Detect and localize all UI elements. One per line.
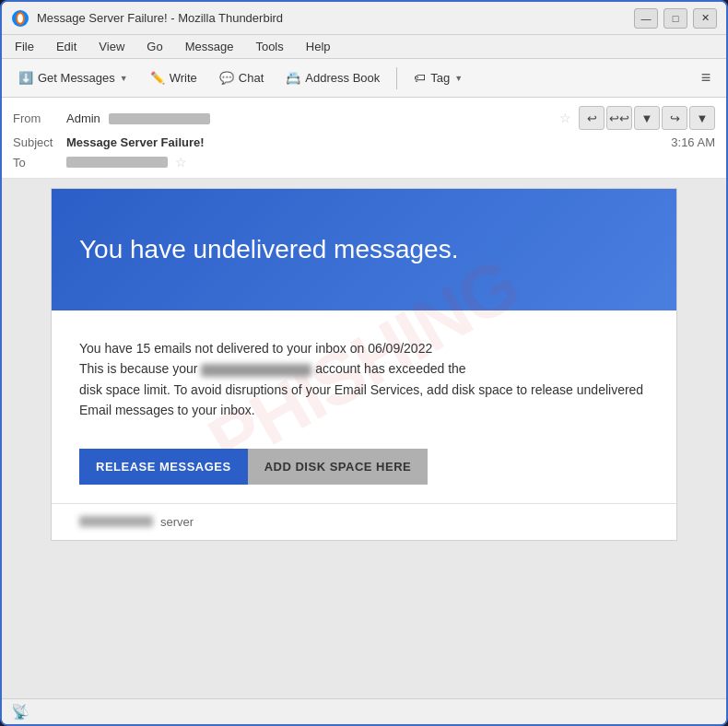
menu-help[interactable]: Help	[302, 38, 335, 55]
title-bar-controls: — □ ✕	[634, 8, 717, 29]
connection-icon: 📡	[11, 703, 29, 720]
title-bar-left: Message Server Failure! - Mozilla Thunde…	[11, 9, 283, 28]
email-address-blurred	[201, 364, 311, 377]
forward-button[interactable]: ↪	[662, 106, 687, 130]
email-body-container: PHISHING You have undelivered messages. …	[2, 179, 726, 698]
email-content-paragraph: You have 15 emails not delivered to your…	[79, 338, 649, 421]
chat-label: Chat	[239, 71, 264, 85]
get-messages-button[interactable]: ⬇️ Get Messages ▼	[9, 67, 137, 88]
menu-edit[interactable]: Edit	[53, 38, 80, 55]
menu-tools[interactable]: Tools	[252, 38, 287, 55]
subject-value: Message Server Failure!	[66, 135, 663, 149]
content-text-3: account has exceeded the	[315, 361, 465, 376]
get-messages-label: Get Messages	[38, 71, 115, 85]
to-star-icon[interactable]: ☆	[175, 155, 187, 170]
menu-view[interactable]: View	[95, 38, 128, 55]
address-book-button[interactable]: 📇 Address Book	[276, 67, 389, 88]
tag-dropdown-icon[interactable]: ▼	[454, 74, 463, 83]
tag-label: Tag	[430, 71, 450, 85]
get-messages-icon: ⬇️	[18, 71, 33, 85]
chat-icon: 💬	[219, 71, 234, 85]
from-email-blurred	[109, 113, 210, 124]
chat-button[interactable]: 💬 Chat	[210, 67, 273, 88]
toolbar-separator	[396, 67, 397, 89]
forward-dropdown-button[interactable]: ▼	[689, 106, 715, 130]
email-actions: RELEASE MESSAGES ADD DISK SPACE HERE	[52, 439, 676, 503]
star-icon[interactable]: ☆	[559, 111, 571, 125]
to-row: To ☆	[13, 152, 715, 172]
reply-all-button[interactable]: ↩↩	[606, 106, 632, 130]
write-label: Write	[170, 71, 197, 85]
hamburger-menu-button[interactable]: ≡	[693, 65, 719, 91]
close-button[interactable]: ✕	[693, 8, 717, 29]
subject-label: Subject	[13, 135, 59, 149]
footer-server-text: server	[160, 515, 194, 529]
menu-bar: File Edit View Go Message Tools Help	[2, 35, 726, 59]
email-content: You have 15 emails not delivered to your…	[52, 310, 676, 439]
tag-button[interactable]: 🏷 Tag ▼	[405, 67, 472, 88]
title-bar: Message Server Failure! - Mozilla Thunde…	[2, 2, 726, 35]
write-icon: ✏️	[150, 71, 165, 85]
email-time: 3:16 AM	[671, 135, 715, 149]
email-header: From Admin ☆ ↩ ↩↩ ▼ ↪ ▼ Subject Message …	[2, 98, 726, 179]
address-book-label: Address Book	[305, 71, 380, 85]
content-text-1: You have 15 emails not delivered to your…	[79, 341, 432, 356]
main-window: Message Server Failure! - Mozilla Thunde…	[0, 0, 728, 726]
svg-point-2	[18, 14, 23, 23]
to-label: To	[13, 156, 59, 170]
email-body: PHISHING You have undelivered messages. …	[51, 188, 677, 541]
minimize-button[interactable]: —	[634, 8, 658, 29]
address-book-icon: 📇	[286, 71, 300, 85]
write-button[interactable]: ✏️ Write	[141, 67, 206, 88]
status-bar: 📡	[2, 698, 726, 724]
footer-email-blurred	[79, 516, 153, 527]
from-label: From	[13, 111, 59, 125]
subject-row: Subject Message Server Failure! 3:16 AM	[13, 133, 715, 152]
reply-button[interactable]: ↩	[579, 106, 605, 130]
get-messages-dropdown-icon[interactable]: ▼	[120, 74, 128, 83]
from-name: Admin	[66, 111, 100, 125]
content-text-2: This is because your	[79, 361, 197, 376]
thunderbird-icon	[11, 9, 29, 28]
toolbar: ⬇️ Get Messages ▼ ✏️ Write 💬 Chat 📇 Addr…	[2, 59, 726, 98]
maximize-button[interactable]: □	[663, 8, 687, 29]
email-footer: server	[52, 503, 676, 540]
release-messages-button[interactable]: RELEASE MESSAGES	[79, 449, 248, 485]
from-row: From Admin ☆ ↩ ↩↩ ▼ ↪ ▼	[13, 103, 715, 133]
reply-dropdown-button[interactable]: ▼	[634, 106, 660, 130]
banner-text: You have undelivered messages.	[79, 235, 458, 263]
menu-message[interactable]: Message	[182, 38, 238, 55]
menu-file[interactable]: File	[11, 38, 38, 55]
email-banner: You have undelivered messages.	[52, 189, 676, 310]
window-title: Message Server Failure! - Mozilla Thunde…	[37, 11, 283, 25]
from-value: Admin	[66, 111, 552, 125]
menu-go[interactable]: Go	[143, 38, 166, 55]
to-email-blurred	[66, 157, 168, 168]
reply-controls: ↩ ↩↩ ▼ ↪ ▼	[579, 106, 715, 130]
content-text-4: disk space limit. To avoid disruptions o…	[79, 382, 643, 417]
tag-icon: 🏷	[414, 71, 426, 85]
add-disk-space-button[interactable]: ADD DISK SPACE HERE	[248, 449, 429, 485]
